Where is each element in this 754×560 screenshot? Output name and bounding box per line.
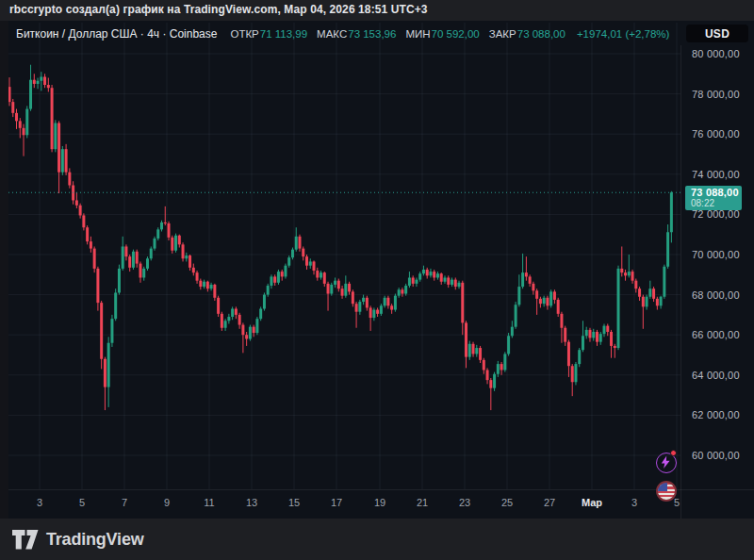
candle: [543, 296, 546, 307]
candle: [47, 78, 50, 92]
candle: [79, 204, 82, 219]
candle: [23, 124, 25, 156]
time-axis-label: 5: [79, 497, 85, 508]
candle: [624, 270, 627, 281]
tradingview-snapshot: rbccrypto создал(а) график на TradingVie…: [0, 0, 754, 560]
candle: [567, 340, 570, 377]
notification-dot: [670, 450, 677, 456]
symbol-header: Биткоин / Доллар США · 4ч · Coinbase ОТК…: [16, 25, 669, 42]
candle: [415, 277, 418, 287]
candle: [206, 281, 209, 292]
candle: [394, 294, 397, 312]
candle: [384, 296, 386, 308]
currency-button[interactable]: USD: [686, 25, 748, 42]
candle: [372, 307, 375, 321]
candle: [489, 378, 492, 410]
candle: [132, 250, 135, 270]
us-flag-economic-event-icon[interactable]: [656, 481, 677, 502]
candle: [320, 271, 322, 280]
price-axis-label: 80 000,00: [692, 48, 740, 59]
candle: [114, 288, 117, 321]
footer-bar: TradingView: [0, 519, 754, 560]
candle: [472, 342, 475, 357]
time-axis-label: 5: [674, 497, 680, 508]
candle: [652, 287, 655, 302]
candle: [663, 265, 665, 299]
candle: [634, 279, 637, 293]
tradingview-brand[interactable]: TradingView: [46, 530, 144, 550]
candle: [227, 314, 230, 324]
candle: [139, 261, 141, 282]
candle: [418, 272, 421, 282]
candle: [631, 270, 634, 284]
candle: [628, 255, 631, 277]
candle: [521, 254, 524, 288]
candle: [128, 255, 131, 272]
candle: [376, 307, 379, 317]
time-axis-label: 3: [631, 497, 637, 508]
candle: [588, 328, 591, 342]
candle: [574, 362, 577, 385]
candle: [249, 325, 252, 341]
candle-countdown: 08:22: [691, 198, 742, 208]
candle: [174, 234, 177, 253]
candle: [160, 221, 163, 232]
time-axis[interactable]: 3579111315171921232527Мар35: [8, 490, 754, 515]
candle: [468, 341, 471, 360]
candle: [238, 313, 241, 329]
candles: [8, 65, 673, 410]
candle: [648, 281, 651, 299]
candle: [408, 272, 411, 288]
grid: [8, 23, 680, 489]
candle: [617, 266, 620, 350]
candle: [29, 65, 32, 111]
candle: [40, 72, 42, 91]
candle: [642, 295, 645, 329]
tradingview-logo-icon: [12, 530, 39, 550]
price-axis-label: 64 000,00: [692, 370, 740, 381]
candle: [486, 368, 489, 384]
candle: [210, 283, 213, 291]
candle: [599, 332, 602, 345]
candle: [287, 255, 290, 268]
time-axis-label: 23: [459, 497, 470, 508]
candle: [178, 235, 181, 248]
time-axis-label: 11: [204, 497, 214, 508]
candle: [585, 327, 588, 339]
ohlc-open: ОТКР71 113,99: [230, 28, 307, 40]
candle: [302, 246, 304, 260]
candle: [309, 258, 312, 269]
candle: [75, 192, 78, 208]
symbol-title[interactable]: Биткоин / Доллар США · 4ч · Coinbase: [16, 27, 217, 41]
candle: [100, 301, 103, 369]
candle: [646, 295, 648, 310]
candle: [620, 246, 623, 276]
candle: [327, 282, 330, 311]
time-axis-label: 27: [544, 497, 555, 508]
candle: [255, 317, 258, 335]
candle: [386, 296, 389, 309]
candle: [313, 260, 316, 274]
price-axis-label: 76 000,00: [692, 128, 740, 140]
candle: [224, 319, 227, 331]
time-axis-label: 7: [122, 497, 127, 508]
candle: [436, 272, 439, 280]
candle: [483, 358, 485, 374]
candle: [164, 206, 167, 225]
candle: [150, 246, 153, 260]
time-axis-label: 15: [288, 497, 300, 508]
last-price-value: 73 088,00: [691, 187, 742, 198]
candle: [458, 281, 461, 289]
price-axis[interactable]: 80 000,0078 000,0076 000,0074 000,0072 0…: [681, 45, 754, 489]
candle: [19, 118, 22, 138]
candle: [525, 256, 528, 281]
candle: [51, 85, 54, 152]
candle: [362, 295, 365, 305]
candle: [507, 333, 510, 355]
candlestick-plot[interactable]: [8, 21, 680, 489]
candle: [122, 237, 124, 271]
candle: [284, 264, 287, 279]
candle: [90, 237, 92, 253]
candle: [440, 272, 443, 285]
candle: [660, 296, 663, 309]
